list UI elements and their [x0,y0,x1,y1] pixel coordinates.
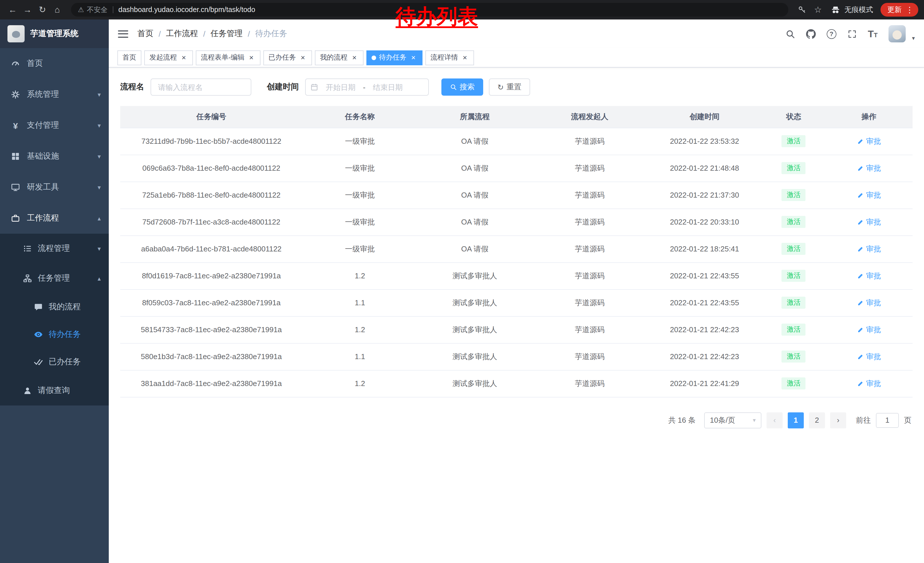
app-title: 芋道管理系统 [30,29,78,39]
avatar[interactable] [888,25,906,42]
breadcrumb-workflow[interactable]: 工作流程 [166,29,198,39]
date-range-picker[interactable]: - [305,78,429,96]
total-count: 共 16 条 [668,415,696,425]
next-page-button[interactable]: › [830,412,846,428]
create-time-label: 创建时间 [267,82,299,92]
table-row: 58154733-7ac8-11ec-a9e2-a2380e71991a 1.2… [120,316,912,343]
update-label: 更新 [887,5,902,15]
screen: ← → ↻ ⌂ ⚠ 不安全 dashboard.yudao.iocoder.cn… [0,0,924,563]
sidebar-item-infrastructure[interactable]: 基础设施 ▾ [0,141,109,172]
sidebar-item-workflow[interactable]: 工作流程 ▴ [0,203,109,234]
breadcrumb-separator: / [203,29,206,38]
tab-my-process[interactable]: 我的流程 × [315,50,363,65]
sidebar-item-process-mgmt[interactable]: 流程管理 ▾ [0,234,109,263]
pen-icon [857,138,864,145]
pen-icon [857,299,864,306]
gear-icon [11,90,20,99]
sidebar-item-done-tasks[interactable]: 已办任务 [0,348,109,376]
table-row: 8f0d1619-7ac8-11ec-a9e2-a2380e71991a 1.2… [120,262,912,289]
incognito-label: 无痕模式 [844,5,873,15]
close-icon[interactable]: × [299,54,307,62]
start-date-input[interactable] [320,83,362,92]
sidebar-item-home[interactable]: 首页 [0,48,109,79]
approve-link[interactable]: 审批 [857,378,881,389]
chat-icon [34,302,43,312]
bookmark-star-icon[interactable]: ☆ [814,5,823,14]
yen-icon: ¥ [11,120,20,130]
github-icon[interactable] [806,29,816,39]
sidebar-item-system-mgmt[interactable]: 系统管理 ▾ [0,79,109,110]
col-initiator: 流程发起人 [532,106,647,128]
close-icon[interactable]: × [248,54,255,62]
approve-link[interactable]: 审批 [857,324,881,335]
search-button[interactable]: 搜索 [441,78,483,96]
tab-form-edit[interactable]: 流程表单-编辑 × [196,50,261,65]
approve-link[interactable]: 审批 [857,163,881,173]
sidebar-item-dev-tools[interactable]: 研发工具 ▾ [0,172,109,203]
close-icon[interactable]: × [410,54,417,62]
approve-link[interactable]: 审批 [857,217,881,227]
app-logo[interactable]: 芋道管理系统 [0,20,109,48]
caret-down-icon[interactable]: ▾ [912,35,915,41]
person-icon [23,386,32,395]
eye-icon [34,330,43,339]
approve-link[interactable]: 审批 [857,190,881,200]
breadcrumb-task-mgmt[interactable]: 任务管理 [211,29,243,39]
reset-button[interactable]: ↻ 重置 [489,78,530,96]
key-icon[interactable] [798,5,807,14]
tab-todo-tasks[interactable]: 待办任务 × [366,50,423,65]
fullscreen-icon[interactable] [847,29,857,39]
chevron-up-icon: ▴ [98,275,101,282]
close-icon[interactable]: × [180,54,188,62]
monitor-icon [11,183,20,192]
sidebar-item-payment-mgmt[interactable]: ¥ 支付管理 ▾ [0,110,109,141]
sidebar-toggle-icon[interactable] [118,30,128,38]
topbar: 首页 / 工作流程 / 任务管理 / 待办任务 ? TT ▾ [109,20,924,48]
chevron-down-icon: ▾ [98,91,101,98]
incognito-badge: 无痕模式 [831,5,873,15]
task-table: 任务编号 任务名称 所属流程 流程发起人 创建时间 状态 操作 73211d9d… [120,106,912,397]
tab-done-tasks[interactable]: 已办任务 × [263,50,312,65]
page-button-2[interactable]: 2 [809,412,825,428]
approve-link[interactable]: 审批 [857,297,881,308]
main-content: 首页 / 工作流程 / 任务管理 / 待办任务 ? TT ▾ [109,20,924,563]
status-badge: 激活 [782,377,806,389]
approve-link[interactable]: 审批 [857,244,881,254]
goto-page-input[interactable] [876,413,899,428]
font-size-icon[interactable]: TT [868,29,878,39]
tab-start-process[interactable]: 发起流程 × [144,50,193,65]
dashboard-icon [11,59,20,68]
refresh-icon[interactable]: ↻ [36,3,49,17]
sidebar-item-leave-query[interactable]: 请假查询 [0,376,109,405]
approve-link[interactable]: 审批 [857,136,881,146]
close-icon[interactable]: × [461,54,469,62]
search-icon[interactable] [786,29,795,39]
page-button-1[interactable]: 1 [788,412,804,428]
breadcrumb-home[interactable]: 首页 [137,29,153,39]
table-header-row: 任务编号 任务名称 所属流程 流程发起人 创建时间 状态 操作 [120,106,912,128]
process-name-input[interactable] [151,78,251,96]
end-date-input[interactable] [367,83,409,92]
pen-icon [857,272,864,279]
home-icon[interactable]: ⌂ [50,3,64,17]
approve-link[interactable]: 审批 [857,351,881,362]
table-row: 381aa1dd-7ac8-11ec-a9e2-a2380e71991a 1.2… [120,370,912,397]
col-task-name: 任务名称 [303,106,417,128]
sidebar-item-task-mgmt[interactable]: 任务管理 ▴ [0,263,109,293]
prev-page-button[interactable]: ‹ [766,412,783,428]
close-icon[interactable]: × [350,54,358,62]
menu-dots-icon[interactable]: ⋮ [904,5,915,14]
page-size-select[interactable]: 10条/页 ▾ [704,412,761,428]
forward-icon[interactable]: → [21,3,34,17]
status-badge: 激活 [782,216,806,228]
tab-home[interactable]: 首页 [117,50,141,65]
approve-link[interactable]: 审批 [857,270,881,281]
tab-process-detail[interactable]: 流程详情 × [425,50,474,65]
pagination: 共 16 条 10条/页 ▾ ‹ 1 2 › 前往 页 [109,397,924,428]
security-label[interactable]: 不安全 [87,5,108,15]
help-icon[interactable]: ? [826,29,836,39]
back-icon[interactable]: ← [6,3,20,17]
sidebar-item-todo-tasks[interactable]: 待办任务 [0,321,109,348]
sidebar-item-my-process[interactable]: 我的流程 [0,293,109,321]
update-button[interactable]: 更新 ⋮ [880,3,918,17]
